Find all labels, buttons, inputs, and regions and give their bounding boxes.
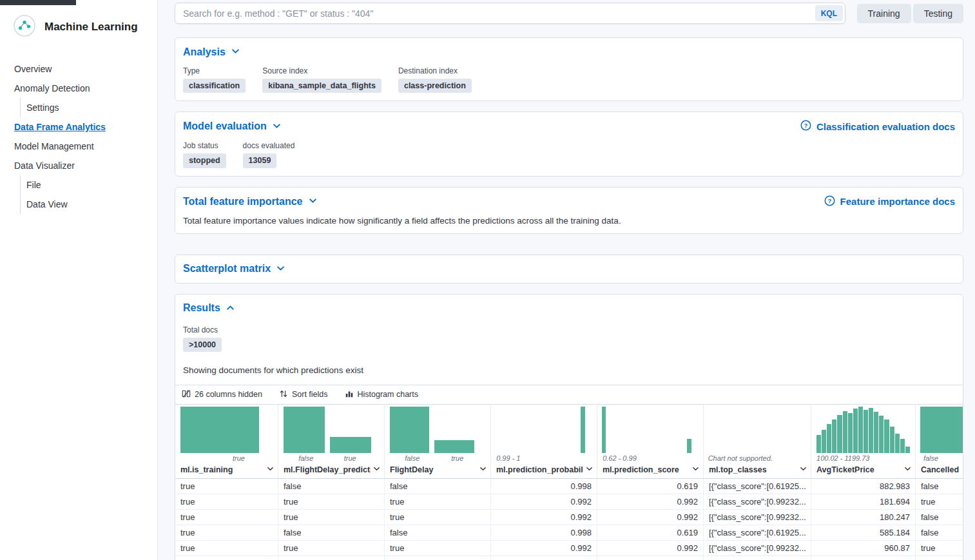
table-cell[interactable]: true bbox=[175, 556, 278, 560]
column-header-AvgTicketPrice[interactable]: AvgTicketPrice bbox=[811, 464, 915, 478]
table-cell[interactable]: [{"class_score":[0.99232... bbox=[704, 541, 811, 555]
column-actions-chevron-icon[interactable] bbox=[692, 465, 699, 474]
table-cell[interactable]: false bbox=[385, 479, 491, 494]
table-cell[interactable]: 180.247 bbox=[811, 510, 916, 525]
sidebar-item-anomaly-detection[interactable]: Anomaly Detection bbox=[0, 79, 157, 98]
sidebar-item-model-management[interactable]: Model Management bbox=[0, 137, 157, 156]
chevron-up-icon bbox=[226, 302, 235, 314]
table-cell[interactable]: true bbox=[175, 494, 278, 509]
table-cell[interactable]: false bbox=[916, 510, 963, 525]
column-header-ml.top_classes[interactable]: ml.top_classes bbox=[704, 464, 811, 478]
sort-fields-button[interactable]: Sort fields bbox=[279, 389, 328, 400]
table-cell[interactable]: true bbox=[278, 510, 385, 525]
histogram-charts-button[interactable]: Histogram charts bbox=[345, 389, 418, 400]
table-cell[interactable]: true bbox=[916, 541, 963, 555]
table-cell[interactable]: 296.878 bbox=[811, 556, 916, 560]
table-row[interactable]: truetruetrue0.9920.992[{"class_score":[0… bbox=[175, 510, 963, 525]
table-cell[interactable]: true bbox=[175, 510, 278, 525]
table-cell[interactable]: true bbox=[278, 541, 385, 555]
column-actions-chevron-icon[interactable] bbox=[586, 465, 593, 474]
table-cell[interactable]: true bbox=[385, 494, 491, 509]
table-cell[interactable]: 960.87 bbox=[811, 541, 916, 555]
table-cell[interactable]: true bbox=[916, 494, 963, 509]
table-cell[interactable]: true bbox=[175, 525, 278, 540]
table-row[interactable]: truetruetrue0.9920.992[{"class_score":[0… bbox=[175, 541, 963, 556]
table-cell[interactable]: true bbox=[385, 510, 491, 525]
table-cell[interactable]: 0.998 bbox=[491, 479, 597, 494]
table-row[interactable]: truefalsefalse0.9980.619[{"class_score":… bbox=[175, 556, 963, 560]
column-header-ml.prediction_probability[interactable]: ml.prediction_probability bbox=[491, 464, 597, 478]
column-header-FlightDelay[interactable]: FlightDelay bbox=[385, 464, 490, 478]
table-cell[interactable]: 585.184 bbox=[811, 525, 916, 540]
column-actions-chevron-icon[interactable] bbox=[267, 465, 274, 474]
scatterplot-section-toggle[interactable]: Scatterplot matrix bbox=[183, 263, 285, 275]
column-actions-chevron-icon[interactable] bbox=[479, 465, 487, 474]
table-cell[interactable]: false bbox=[916, 479, 963, 494]
histogram-label: Chart not supported. bbox=[708, 454, 773, 462]
header-histogram-chart bbox=[811, 407, 915, 453]
table-cell[interactable]: [{"class_score":[0.61925... bbox=[704, 479, 811, 494]
kql-button[interactable]: KQL bbox=[815, 5, 843, 21]
table-cell[interactable]: 0.992 bbox=[491, 510, 597, 525]
table-row[interactable]: truefalsefalse0.9980.619[{"class_score":… bbox=[175, 525, 963, 541]
feature-importance-docs-link[interactable]: ? Feature importance docs bbox=[824, 195, 955, 208]
sidebar-item-overview[interactable]: Overview bbox=[0, 59, 157, 79]
column-header-ml.FlightDelay_prediction[interactable]: ml.FlightDelay_prediction bbox=[278, 464, 384, 478]
column-actions-chevron-icon[interactable] bbox=[800, 465, 807, 474]
table-cell[interactable]: false bbox=[916, 556, 963, 560]
table-cell[interactable]: 0.619 bbox=[597, 556, 704, 560]
table-cell[interactable]: false bbox=[916, 525, 963, 540]
sidebar-item-file[interactable]: File bbox=[20, 175, 157, 195]
table-cell[interactable]: 0.992 bbox=[597, 494, 704, 509]
sidebar-item-settings[interactable]: Settings bbox=[20, 98, 157, 117]
table-cell[interactable]: 0.992 bbox=[597, 510, 704, 525]
table-cell[interactable]: false bbox=[278, 525, 385, 540]
sort-icon bbox=[279, 389, 288, 400]
table-cell[interactable]: 181.694 bbox=[811, 494, 916, 509]
table-cell[interactable]: true bbox=[175, 479, 278, 494]
sidebar-item-data-frame-analytics[interactable]: Data Frame Analytics bbox=[0, 117, 157, 137]
training-button[interactable]: Training bbox=[857, 4, 911, 23]
column-header-Cancelled[interactable]: Cancelled bbox=[916, 464, 963, 478]
column-actions-chevron-icon[interactable] bbox=[904, 465, 911, 474]
table-cell[interactable]: false bbox=[278, 479, 385, 494]
column-header-ml.is_training[interactable]: ml.is_training bbox=[175, 464, 278, 478]
testing-button[interactable]: Testing bbox=[913, 4, 963, 23]
table-cell[interactable]: true bbox=[175, 541, 278, 555]
column-header-ml.prediction_score[interactable]: ml.prediction_score bbox=[597, 464, 703, 478]
table-cell[interactable]: false bbox=[385, 556, 491, 560]
app-title: Machine Learning bbox=[44, 21, 138, 34]
feature-importance-section-toggle[interactable]: Total feature importance bbox=[183, 195, 317, 208]
table-cell[interactable]: true bbox=[278, 494, 385, 509]
table-cell[interactable]: false bbox=[278, 556, 385, 560]
table-cell[interactable]: false bbox=[385, 525, 491, 540]
histogram-bar bbox=[434, 440, 474, 453]
table-cell[interactable]: 0.992 bbox=[491, 541, 597, 555]
table-cell[interactable]: 0.998 bbox=[491, 556, 597, 560]
table-cell[interactable]: 0.619 bbox=[597, 525, 704, 540]
columns-hidden-button[interactable]: 26 columns hidden bbox=[182, 389, 262, 400]
table-cell[interactable]: true bbox=[385, 541, 491, 555]
table-cell[interactable]: 0.619 bbox=[597, 479, 704, 494]
model-evaluation-section-toggle[interactable]: Model evaluation bbox=[183, 121, 281, 133]
table-cell[interactable]: [{"class_score":[0.99232... bbox=[704, 494, 811, 509]
table-cell[interactable]: 882.983 bbox=[811, 479, 916, 494]
table-row[interactable]: truetruetrue0.9920.992[{"class_score":[0… bbox=[175, 494, 963, 510]
table-cell[interactable]: [{"class_score":[0.99232... bbox=[704, 510, 811, 525]
sidebar-item-data-visualizer[interactable]: Data Visualizer bbox=[0, 156, 157, 175]
analysis-section-toggle[interactable]: Analysis bbox=[183, 46, 240, 58]
source-index-badge: kibana_sample_data_flights bbox=[262, 79, 381, 93]
sidebar-item-data-view[interactable]: Data View bbox=[20, 195, 157, 214]
histogram-bar bbox=[180, 407, 259, 453]
results-section-toggle[interactable]: Results bbox=[183, 302, 955, 314]
table-cell[interactable]: 0.998 bbox=[491, 525, 597, 540]
classification-evaluation-docs-link[interactable]: ? Classification evaluation docs bbox=[800, 120, 955, 133]
table-cell[interactable]: [{"class_score":[0.61925... bbox=[704, 525, 811, 540]
table-cell[interactable]: 0.992 bbox=[597, 541, 704, 555]
column-actions-chevron-icon[interactable] bbox=[373, 465, 380, 474]
search-input[interactable] bbox=[175, 3, 845, 24]
table-cell[interactable]: 0.992 bbox=[491, 494, 597, 509]
grid-toolbar: 26 columns hidden Sort fields Histogram … bbox=[175, 385, 963, 405]
table-cell[interactable]: [{"class_score":[0.61925... bbox=[704, 556, 811, 560]
table-row[interactable]: truefalsefalse0.9980.619[{"class_score":… bbox=[175, 479, 963, 494]
